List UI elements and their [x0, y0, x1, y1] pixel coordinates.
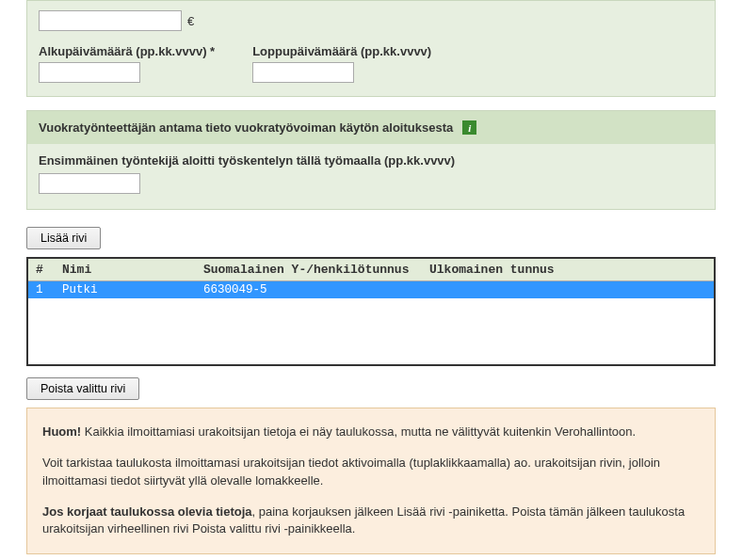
info-icon[interactable]: i — [462, 120, 476, 135]
col-header-name: Nimi — [62, 263, 203, 277]
euro-symbol: € — [187, 14, 194, 28]
col-header-fin-id: Suomalainen Y-/henkilötunnus — [203, 263, 429, 277]
start-date-label: Alkupäivämäärä (pp.kk.vvvv) * — [39, 44, 215, 58]
cell-fin-id: 6630049-5 — [203, 283, 429, 296]
rental-section-title: Vuokratyönteettäjän antama tieto vuokrat… — [39, 120, 453, 135]
rental-section-header: Vuokratyönteettäjän antama tieto vuokrat… — [27, 111, 715, 144]
first-worker-date-label: Ensimmäinen työntekijä aloitti työskente… — [39, 153, 703, 168]
add-row-button[interactable]: Lisää rivi — [26, 227, 101, 249]
notice-paragraph-3: Jos korjaat taulukossa olevia tietoja, p… — [42, 504, 700, 539]
contractor-table: # Nimi Suomalainen Y-/henkilötunnus Ulko… — [26, 257, 716, 366]
euro-amount-input[interactable] — [39, 10, 182, 31]
notice-box: Huom! Kaikkia ilmoittamiasi urakoitsijan… — [26, 408, 716, 554]
cell-name: Putki — [62, 283, 203, 296]
notice-paragraph-1: Huom! Kaikkia ilmoittamiasi urakoitsijan… — [42, 424, 700, 441]
notice-huom: Huom! — [42, 424, 81, 439]
end-date-field: Loppupäivämäärä (pp.kk.vvvv) — [252, 44, 431, 83]
notice-p1-text: Kaikkia ilmoittamiasi urakoitsijan tieto… — [81, 424, 636, 439]
col-header-foreign: Ulkomainen tunnus — [429, 263, 706, 277]
upper-form-panel: € Alkupäivämäärä (pp.kk.vvvv) * Loppupäi… — [26, 0, 716, 97]
start-date-input[interactable] — [39, 62, 140, 83]
table-header-row: # Nimi Suomalainen Y-/henkilötunnus Ulko… — [28, 259, 714, 281]
col-header-index: # — [36, 263, 62, 277]
end-date-input[interactable] — [252, 62, 354, 83]
cell-index: 1 — [36, 283, 62, 296]
first-worker-date-input[interactable] — [39, 173, 140, 194]
euro-amount-row: € — [39, 10, 703, 31]
rental-section-body: Ensimmäinen työntekijä aloitti työskente… — [27, 144, 715, 209]
table-row[interactable]: 1 Putki 6630049-5 — [28, 281, 714, 298]
start-date-field: Alkupäivämäärä (pp.kk.vvvv) * — [39, 44, 215, 83]
cell-foreign — [429, 283, 706, 296]
notice-p3-bold: Jos korjaat taulukossa olevia tietoja — [42, 504, 252, 519]
notice-paragraph-2: Voit tarkistaa taulukosta ilmoittamasi u… — [42, 455, 700, 490]
end-date-label: Loppupäivämäärä (pp.kk.vvvv) — [252, 44, 431, 58]
date-row: Alkupäivämäärä (pp.kk.vvvv) * Loppupäivä… — [39, 44, 703, 83]
rental-worker-section: Vuokratyönteettäjän antama tieto vuokrat… — [26, 110, 716, 210]
delete-row-button[interactable]: Poista valittu rivi — [26, 377, 139, 400]
